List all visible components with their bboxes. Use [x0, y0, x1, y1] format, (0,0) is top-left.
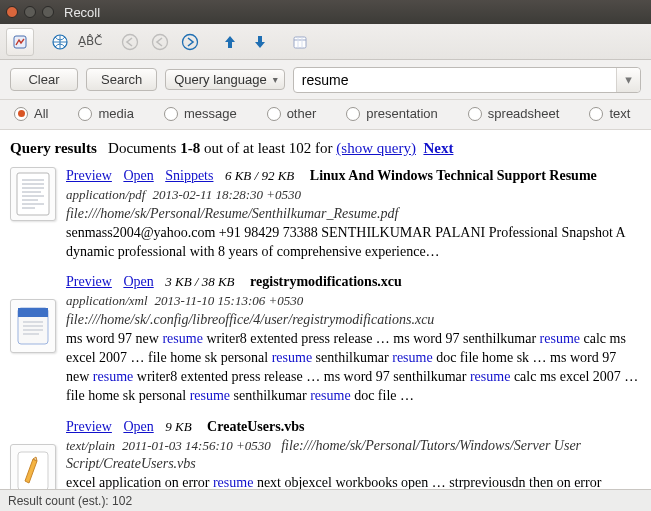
- show-query-link[interactable]: (show query): [336, 140, 416, 156]
- result-date: 2013-02-11 18:28:30 +0530: [152, 187, 301, 202]
- result-item: Preview Open Snippets 6 KB / 92 KB Linux…: [10, 167, 641, 261]
- calendar-icon[interactable]: [286, 28, 314, 56]
- category-row: All media message other presentation spr…: [0, 100, 651, 130]
- window-maximize-button[interactable]: [42, 6, 54, 18]
- window-close-button[interactable]: [6, 6, 18, 18]
- globe-icon[interactable]: [46, 28, 74, 56]
- category-all[interactable]: All: [14, 106, 48, 121]
- script-icon: [10, 444, 56, 489]
- result-path: file:///home/sk/.config/libreoffice/4/us…: [66, 312, 434, 327]
- svg-point-3: [153, 34, 168, 49]
- result-date: 2013-11-10 15:13:06 +0530: [155, 293, 304, 308]
- arrow-up-icon[interactable]: [216, 28, 244, 56]
- nav-back-icon[interactable]: [116, 28, 144, 56]
- result-title: CreateUsers.vbs: [207, 419, 304, 434]
- result-item: Preview Open 9 KB CreateUsers.vbs text/p…: [10, 418, 641, 489]
- nav-back2-icon[interactable]: [146, 28, 174, 56]
- svg-rect-0: [14, 36, 26, 48]
- result-snippet: excel application on error resume next o…: [66, 475, 638, 489]
- search-button[interactable]: Search: [86, 68, 157, 91]
- main-toolbar: A̱B̂C̆: [0, 24, 651, 60]
- svg-point-4: [183, 34, 198, 49]
- result-mime: text/plain: [66, 438, 115, 453]
- next-page-link[interactable]: Next: [423, 140, 453, 156]
- result-title: registrymodifications.xcu: [250, 274, 402, 289]
- xml-icon: [10, 299, 56, 353]
- spellcheck-icon[interactable]: A̱B̂C̆: [76, 28, 104, 56]
- radio-icon: [78, 107, 92, 121]
- result-item: Preview Open 3 KB / 38 KB registrymodifi…: [10, 273, 641, 405]
- result-title: Linux And Windows Technical Support Resu…: [310, 168, 597, 183]
- tools-icon[interactable]: [6, 28, 34, 56]
- open-link[interactable]: Open: [123, 419, 153, 434]
- radio-icon: [267, 107, 281, 121]
- chevron-down-icon: ▾: [273, 74, 278, 85]
- category-media[interactable]: media: [78, 106, 133, 121]
- search-box: ▾: [293, 67, 641, 93]
- result-size: 9 KB: [165, 419, 191, 434]
- svg-point-2: [123, 34, 138, 49]
- result-path: file:///home/sk/Personal/Resume/Senthilk…: [66, 206, 398, 221]
- clear-button[interactable]: Clear: [10, 68, 78, 91]
- category-text[interactable]: text: [589, 106, 630, 121]
- status-text: Result count (est.): 102: [8, 494, 132, 508]
- radio-icon: [468, 107, 482, 121]
- svg-rect-5: [294, 37, 306, 48]
- chevron-down-icon: ▾: [625, 72, 632, 87]
- open-link[interactable]: Open: [123, 168, 153, 183]
- nav-forward-icon[interactable]: [176, 28, 204, 56]
- result-size: 6 KB / 92 KB: [225, 168, 294, 183]
- query-mode-select[interactable]: Query language ▾: [165, 69, 285, 90]
- window-minimize-button[interactable]: [24, 6, 36, 18]
- radio-icon: [589, 107, 603, 121]
- open-link[interactable]: Open: [123, 274, 153, 289]
- search-input[interactable]: [294, 68, 616, 92]
- category-message[interactable]: message: [164, 106, 237, 121]
- result-date: 2011-01-03 14:56:10 +0530: [122, 438, 271, 453]
- window-title: Recoll: [64, 5, 100, 20]
- status-bar: Result count (est.): 102: [0, 489, 651, 511]
- preview-link[interactable]: Preview: [66, 274, 112, 289]
- preview-link[interactable]: Preview: [66, 168, 112, 183]
- category-spreadsheet[interactable]: spreadsheet: [468, 106, 560, 121]
- result-mime: application/pdf: [66, 187, 145, 202]
- query-header: Query results Documents 1-8 out of at le…: [10, 140, 641, 157]
- doc-icon: [10, 167, 56, 221]
- radio-icon: [164, 107, 178, 121]
- category-presentation[interactable]: presentation: [346, 106, 438, 121]
- category-other[interactable]: other: [267, 106, 317, 121]
- result-snippet: ms word 97 new resume writer8 extented p…: [66, 331, 638, 403]
- window-titlebar: Recoll: [0, 0, 651, 24]
- svg-point-1: [53, 35, 67, 49]
- result-snippet: senmass2004@yahoo.com +91 98429 73388 SE…: [66, 225, 625, 259]
- result-mime: application/xml: [66, 293, 148, 308]
- search-row: Clear Search Query language ▾ ▾: [0, 60, 651, 100]
- snippets-link[interactable]: Snippets: [165, 168, 213, 183]
- svg-rect-19: [18, 308, 48, 317]
- search-history-button[interactable]: ▾: [616, 68, 640, 92]
- svg-rect-9: [17, 173, 49, 215]
- result-size: 3 KB / 38 KB: [165, 274, 234, 289]
- query-mode-label: Query language: [174, 72, 267, 87]
- preview-link[interactable]: Preview: [66, 419, 112, 434]
- radio-icon: [346, 107, 360, 121]
- radio-icon: [14, 107, 28, 121]
- arrow-down-icon[interactable]: [246, 28, 274, 56]
- results-pane[interactable]: Query results Documents 1-8 out of at le…: [0, 130, 651, 489]
